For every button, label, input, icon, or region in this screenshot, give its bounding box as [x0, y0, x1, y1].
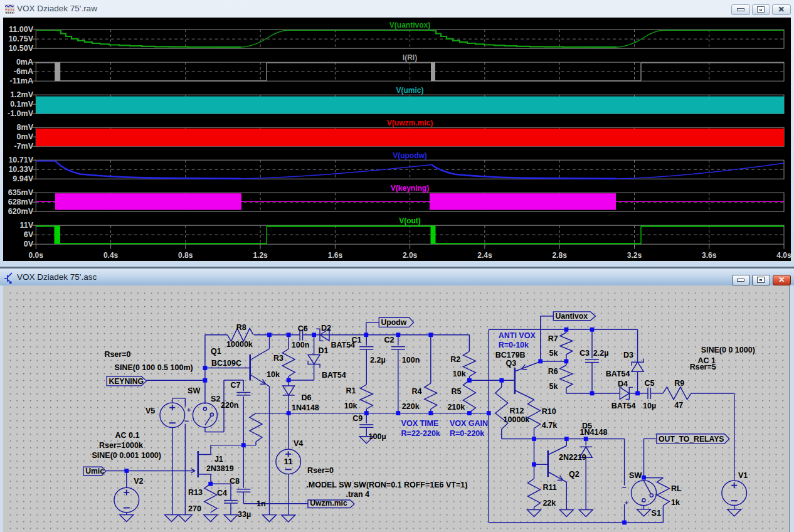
svg-text:D4: D4	[618, 380, 628, 388]
svg-text:Rser=0: Rser=0	[104, 350, 130, 359]
svg-text:.tran 4: .tran 4	[346, 490, 370, 499]
svg-text:V(umic): V(umic)	[396, 86, 423, 95]
svg-text:Q1: Q1	[211, 347, 221, 356]
svg-text:D2: D2	[321, 324, 331, 332]
svg-text:2.2µ: 2.2µ	[593, 349, 609, 358]
svg-text:ANTI VOX: ANTI VOX	[499, 331, 536, 340]
svg-text:0.8s: 0.8s	[178, 251, 193, 260]
svg-text:11: 11	[284, 457, 294, 466]
svg-text:0.0s: 0.0s	[29, 251, 44, 260]
svg-text:R2: R2	[450, 355, 460, 364]
svg-text:2.8s: 2.8s	[553, 251, 568, 260]
svg-text:D1: D1	[319, 346, 329, 355]
svg-text:C4: C4	[217, 489, 227, 497]
svg-text:R5: R5	[451, 387, 461, 396]
svg-text:V(out): V(out)	[399, 216, 421, 225]
svg-text:635mV: 635mV	[8, 188, 34, 197]
svg-text:D3: D3	[623, 351, 633, 359]
svg-text:V4: V4	[294, 439, 303, 448]
svg-text:R1: R1	[346, 386, 356, 395]
svg-text:1.6s: 1.6s	[328, 251, 343, 260]
svg-text:10000k: 10000k	[226, 340, 253, 349]
svg-text:10k: 10k	[267, 370, 280, 379]
svg-text:2.0s: 2.0s	[403, 251, 418, 260]
svg-text:Uantivox: Uantivox	[556, 312, 588, 321]
svg-text:V(upodw): V(upodw)	[393, 151, 427, 160]
svg-text:1k: 1k	[671, 498, 680, 507]
svg-text:3.2s: 3.2s	[627, 251, 642, 260]
svg-text:AC 0.1: AC 0.1	[115, 431, 140, 440]
svg-text:+: +	[187, 406, 191, 413]
svg-text:10000k: 10000k	[504, 415, 530, 424]
svg-text:2N2219: 2N2219	[559, 453, 586, 462]
svg-text:C3: C3	[580, 349, 590, 358]
svg-text:270: 270	[188, 504, 201, 513]
svg-text:V5: V5	[146, 407, 155, 415]
svg-text:4.0s: 4.0s	[776, 251, 791, 260]
svg-text:S1: S1	[652, 509, 661, 518]
svg-text:R4: R4	[412, 387, 422, 396]
svg-text:-1.0mV: -1.0mV	[8, 109, 34, 118]
svg-text:V2: V2	[134, 477, 143, 486]
svg-text:VOX TIME: VOX TIME	[401, 419, 439, 428]
svg-text:1N4148: 1N4148	[292, 403, 319, 412]
svg-text:V(keyning): V(keyning)	[391, 184, 429, 193]
svg-text:Upodw: Upodw	[381, 318, 407, 327]
svg-text:10k: 10k	[453, 370, 466, 378]
svg-text:Rser=0: Rser=0	[307, 466, 334, 475]
svg-text:R=22-220k: R=22-220k	[401, 429, 440, 438]
svg-text:+: +	[625, 499, 628, 506]
svg-text:BAT54: BAT54	[606, 370, 630, 378]
svg-text:Q2: Q2	[569, 470, 580, 479]
svg-text:BAT54: BAT54	[611, 402, 636, 410]
svg-text:C1: C1	[352, 336, 362, 344]
svg-text:C6: C6	[298, 324, 308, 333]
svg-text:R13: R13	[188, 488, 203, 497]
svg-text:I(RI): I(RI)	[403, 53, 417, 62]
svg-text:V1: V1	[738, 471, 748, 480]
svg-text:10µ: 10µ	[643, 402, 656, 410]
svg-text:5k: 5k	[549, 349, 558, 358]
svg-text:10k: 10k	[344, 402, 357, 410]
svg-text:SW: SW	[188, 386, 200, 395]
svg-text:KEYNING: KEYNING	[109, 377, 144, 386]
svg-text:R6: R6	[548, 367, 558, 376]
svg-text:C2: C2	[384, 336, 394, 344]
svg-text:1.2s: 1.2s	[253, 251, 268, 260]
svg-text:Q3: Q3	[506, 359, 517, 368]
svg-text:2.2µ: 2.2µ	[370, 356, 386, 364]
svg-text:Umic: Umic	[85, 467, 104, 476]
svg-text:VOX GAIN: VOX GAIN	[450, 419, 488, 428]
svg-text:2.4s: 2.4s	[477, 251, 492, 260]
svg-text:0.4s: 0.4s	[103, 251, 119, 260]
svg-text:210k: 210k	[447, 403, 465, 412]
svg-text:220k: 220k	[402, 402, 420, 411]
svg-text:100n: 100n	[292, 341, 310, 349]
svg-text:OUT_TO_RELAYS: OUT_TO_RELAYS	[659, 435, 724, 444]
svg-text:-6mA: -6mA	[14, 67, 33, 76]
svg-text:10.75V: 10.75V	[8, 35, 33, 43]
svg-text:Rser=5: Rser=5	[690, 363, 716, 371]
svg-text:2N3819: 2N3819	[206, 464, 234, 473]
svg-text:−: −	[622, 483, 627, 492]
svg-text:SINE(0 100 0.5 100m): SINE(0 100 0.5 100m)	[115, 363, 193, 372]
svg-text:5k: 5k	[549, 382, 558, 391]
svg-text:R12: R12	[510, 407, 524, 415]
svg-text:10.50V: 10.50V	[8, 44, 33, 53]
svg-text:R8: R8	[236, 323, 246, 332]
svg-text:SINE(0 0 1000): SINE(0 0 1000)	[701, 346, 755, 354]
svg-text:R9: R9	[674, 379, 684, 388]
svg-text:1.2mV: 1.2mV	[10, 90, 33, 99]
svg-text:BAT54: BAT54	[322, 371, 346, 380]
svg-text:C9: C9	[352, 414, 363, 423]
svg-text:SINE(0 0.001 1000): SINE(0 0.001 1000)	[92, 451, 162, 460]
svg-text:-11mA: -11mA	[9, 77, 33, 85]
svg-text:−: −	[184, 417, 189, 425]
svg-text:C5: C5	[645, 379, 655, 388]
svg-text:Uwzm.mic: Uwzm.mic	[310, 499, 347, 508]
svg-text:220n: 220n	[221, 401, 239, 410]
svg-text:10.71V: 10.71V	[8, 156, 33, 164]
svg-text:100n: 100n	[402, 356, 420, 364]
svg-text:R=0-220k: R=0-220k	[450, 429, 484, 438]
svg-text:R10: R10	[542, 407, 556, 416]
